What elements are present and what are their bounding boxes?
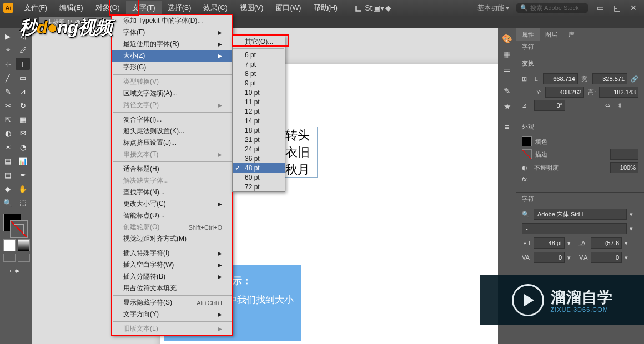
size-option[interactable]: 9 pt: [233, 78, 285, 88]
menu-item[interactable]: 视觉边距对齐方式(M): [112, 233, 232, 245]
menu-文字(T)[interactable]: 文字(T): [126, 1, 162, 16]
stroke-panel-icon[interactable]: ═: [501, 65, 512, 75]
tool-10[interactable]: ✂: [1, 99, 15, 112]
arrange-icon[interactable]: ▣▾: [374, 3, 384, 12]
search-input[interactable]: 🔍搜索 Adobe Stock: [516, 3, 588, 13]
size-option[interactable]: 其它(O)...: [233, 36, 285, 47]
tool-4[interactable]: ⊹: [1, 58, 15, 70]
tool-14[interactable]: ◐: [1, 127, 15, 139]
w-input[interactable]: 328.571: [592, 73, 627, 84]
menu-item[interactable]: 最近使用的字体(R)▶: [112, 38, 232, 50]
tool-25[interactable]: ⬚: [16, 196, 30, 209]
fill-swatch[interactable]: [522, 136, 532, 146]
size-option[interactable]: 10 pt: [233, 88, 285, 97]
menu-item[interactable]: 大小(Z)▶: [112, 50, 232, 62]
draw-mode-behind[interactable]: [18, 254, 30, 262]
size-option[interactable]: 72 pt: [233, 182, 285, 191]
tool-17[interactable]: ◔: [16, 141, 30, 153]
menu-item[interactable]: 查找字体(N)...: [112, 186, 232, 198]
tool-22[interactable]: ◆: [1, 183, 15, 195]
size-option[interactable]: 11 pt: [233, 97, 285, 107]
tool-15[interactable]: ✉: [16, 127, 30, 139]
tool-12[interactable]: ⇱: [1, 113, 15, 125]
tool-7[interactable]: ▭: [16, 72, 30, 84]
menu-item[interactable]: 更改大小写(C)▶: [112, 198, 232, 210]
menu-item[interactable]: 字体(F)▶: [112, 27, 232, 38]
menu-文件(F)[interactable]: 文件(F): [18, 1, 53, 16]
font-family[interactable]: Adobe 宋体 Std L: [534, 209, 627, 220]
menu-item[interactable]: 避头尾法则设置(K)...: [112, 125, 232, 137]
sw-color[interactable]: [3, 239, 16, 251]
window-minimize-icon[interactable]: ▭: [595, 3, 605, 12]
menu-对象(O)[interactable]: 对象(O): [89, 1, 126, 16]
size-option[interactable]: 21 pt: [233, 135, 285, 144]
workspace-switcher[interactable]: 基本功能 ▾: [477, 3, 509, 13]
menu-视图(V)[interactable]: 视图(V): [234, 1, 270, 16]
more-icon-2[interactable]: ⋯: [630, 175, 638, 183]
size-option[interactable]: 24 pt: [233, 144, 285, 154]
canvas-text-frame[interactable]: 转头 衣旧 秋月: [285, 127, 318, 178]
menu-item[interactable]: 插入分隔符(B)▶: [112, 271, 232, 282]
tool-20[interactable]: ▤: [1, 169, 15, 181]
font-style[interactable]: -: [522, 223, 627, 234]
size-option[interactable]: 6 pt: [233, 50, 285, 59]
opacity-input[interactable]: 100%: [610, 162, 638, 173]
tool-8[interactable]: ✎: [1, 85, 15, 98]
h-input[interactable]: 182.143: [599, 87, 638, 98]
menu-item[interactable]: 插入空白字符(W)▶: [112, 259, 232, 271]
menu-item[interactable]: 字形(G): [112, 62, 232, 73]
angle-input[interactable]: 0°: [534, 100, 565, 111]
tab-properties[interactable]: 属性: [516, 28, 540, 41]
color-panel-icon[interactable]: 🎨: [501, 34, 512, 44]
menu-窗口(W)[interactable]: 窗口(W): [269, 1, 307, 16]
fx-icon[interactable]: fx.: [522, 175, 531, 183]
tab-layers[interactable]: 图层: [540, 28, 563, 41]
menu-编辑(E)[interactable]: 编辑(E): [53, 1, 89, 16]
menu-item[interactable]: 适合标题(H): [112, 163, 232, 175]
menu-item[interactable]: 插入特殊字符(I)▶: [112, 247, 232, 259]
tool-23[interactable]: ✋: [16, 183, 30, 195]
link-icon[interactable]: 🔗: [631, 75, 638, 83]
tool-16[interactable]: ✶: [1, 141, 15, 153]
size-option[interactable]: 18 pt: [233, 125, 285, 135]
tool-24[interactable]: 🔍: [1, 196, 15, 209]
stroke-swatch[interactable]: [522, 149, 532, 159]
tool-9[interactable]: ⊿: [16, 85, 30, 98]
menu-item[interactable]: 用占位符文本填充: [112, 282, 232, 294]
tool-13[interactable]: ▦: [16, 113, 30, 125]
menu-item[interactable]: 添加 Typekit 中的字体(D)...: [112, 15, 232, 27]
tool-11[interactable]: ↻: [16, 99, 30, 112]
stock-icon[interactable]: St: [364, 3, 374, 12]
tool-19[interactable]: 📊: [16, 155, 30, 167]
bridge-icon[interactable]: ▦: [354, 3, 364, 12]
graph-panel-icon[interactable]: ≡: [501, 122, 512, 131]
menu-item[interactable]: 智能标点(U)...: [112, 210, 232, 221]
menu-帮助(H)[interactable]: 帮助(H): [308, 1, 344, 16]
size-option[interactable]: 14 pt: [233, 116, 285, 125]
swatches-panel-icon[interactable]: ▦: [501, 49, 512, 59]
menu-效果(C)[interactable]: 效果(C): [197, 1, 233, 16]
x-input[interactable]: 668.714: [543, 73, 578, 84]
menu-item[interactable]: 区域文字选项(A)...: [112, 88, 232, 99]
tool-6[interactable]: ╱: [1, 72, 15, 84]
stroke-weight[interactable]: —: [610, 149, 638, 160]
dropdown-arrow-icon[interactable]: ▾: [630, 210, 638, 218]
size-option[interactable]: 7 pt: [233, 59, 285, 69]
tool-2[interactable]: ⌖: [1, 44, 15, 56]
size-option[interactable]: 60 pt: [233, 173, 285, 182]
tool-0[interactable]: ▶: [1, 30, 15, 42]
screen-mode[interactable]: ▭▸: [1, 264, 28, 276]
draw-mode-normal[interactable]: [3, 254, 16, 262]
menu-item[interactable]: 文字方向(Y)▶: [112, 308, 232, 320]
menu-item[interactable]: 显示隐藏字符(S)Alt+Ctrl+I: [112, 297, 232, 308]
tool-21[interactable]: ✒: [16, 169, 30, 181]
menu-item[interactable]: 复合字体(I)...: [112, 114, 232, 125]
gpu-icon[interactable]: ◆: [384, 3, 394, 12]
brush-panel-icon[interactable]: ✎: [501, 86, 512, 96]
kerning-input[interactable]: 0: [534, 252, 565, 263]
size-option[interactable]: 8 pt: [233, 69, 285, 78]
size-option[interactable]: ✓48 pt: [233, 163, 285, 173]
sw-gradient[interactable]: [18, 239, 30, 251]
size-option[interactable]: 36 pt: [233, 154, 285, 163]
window-maximize-icon[interactable]: ◱: [612, 3, 622, 12]
